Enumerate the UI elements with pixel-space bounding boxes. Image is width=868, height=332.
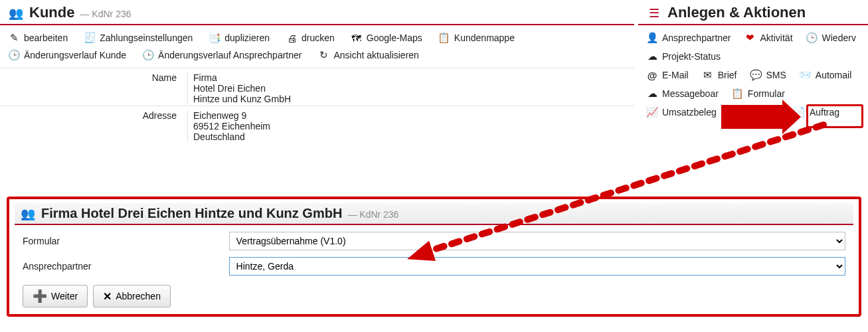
- toolbar-label: Automail: [816, 70, 851, 80]
- heart-icon: ❤: [744, 32, 756, 44]
- person-icon: 👤: [646, 32, 658, 44]
- action-aktivitaet[interactable]: ❤Aktivität: [744, 32, 793, 44]
- action-sms[interactable]: 💬SMS: [750, 69, 786, 81]
- cloud-icon: ☁: [646, 88, 658, 100]
- customer-id-subtitle: — KdNr 236: [80, 9, 131, 19]
- history-customer-link[interactable]: 🕒Änderungsverlauf Kunde: [8, 49, 126, 61]
- toolbar-label: E-Mail: [662, 70, 689, 80]
- toolbar-label: Ansicht aktualisieren: [333, 50, 418, 60]
- chart-icon: 📈: [646, 106, 658, 118]
- at-icon: @: [646, 70, 658, 81]
- printer-icon: 🖨: [286, 33, 298, 44]
- page-title: Kunde: [29, 4, 74, 21]
- duplicate-link[interactable]: 📑duplizieren: [209, 32, 270, 44]
- detail-value-address: Eichenweg 9 69512 Eichenheim Deutschland: [187, 110, 270, 142]
- toolbar-label: Projekt-Status: [662, 51, 721, 62]
- form-icon: 📋: [732, 88, 744, 100]
- automail-icon: 📨: [800, 69, 812, 81]
- customer-folder-link[interactable]: 📋Kundenmappe: [438, 32, 515, 44]
- toolbar-label: Auftrag: [810, 107, 839, 118]
- actions-title: Anlegen & Aktionen: [667, 4, 806, 21]
- receipt-icon: 🧾: [84, 32, 96, 44]
- toolbar-label: duplizieren: [224, 33, 270, 43]
- toolbar-label: Ansprechpartner: [662, 33, 731, 43]
- action-wiedervorlage[interactable]: 🕒Wiederv: [806, 32, 856, 44]
- clock-icon: 🕒: [806, 32, 818, 44]
- toolbar-label: Änderungsverlauf Kunde: [24, 50, 126, 60]
- toolbar-label: Umsatzbeleg: [662, 107, 717, 118]
- toolbar-label: Kundenmappe: [454, 33, 515, 43]
- action-umsatzbeleg[interactable]: 📈Umsatzbeleg: [646, 106, 717, 118]
- action-email[interactable]: @E-Mail: [646, 70, 689, 81]
- detail-row-name: Name Firma Hotel Drei Eichen Hintze und …: [0, 68, 634, 106]
- customer-panel-header: 👥 Kunde — KdNr 236: [0, 0, 634, 25]
- toolbar-label: bearbeiten: [24, 33, 68, 43]
- toolbar-label: Google-Maps: [367, 33, 422, 43]
- action-messageboard[interactable]: ☁Messageboar: [646, 88, 719, 100]
- map-icon: 🗺: [351, 33, 363, 44]
- action-formular[interactable]: 📋Formular: [732, 88, 785, 100]
- duplicate-icon: 📑: [209, 32, 220, 44]
- detail-row-address: Adresse Eichenweg 9 69512 Eichenheim Deu…: [0, 106, 634, 146]
- detail-label: Adresse: [8, 110, 187, 142]
- customer-panel: 👥 Kunde — KdNr 236 ✎bearbeiten 🧾Zahlungs…: [0, 0, 634, 146]
- payment-settings-link[interactable]: 🧾Zahlungseinstellungen: [84, 32, 193, 44]
- edit-link[interactable]: ✎bearbeiten: [8, 32, 68, 44]
- folder-icon: 📋: [438, 32, 450, 44]
- toolbar-label: Aktivität: [760, 33, 793, 43]
- toolbar-label: Änderungsverlauf Ansprechpartner: [158, 50, 302, 60]
- list-icon: ☰: [646, 6, 662, 21]
- toolbar-label: Brief: [718, 70, 737, 80]
- sms-icon: 💬: [750, 69, 762, 81]
- action-projekt-status[interactable]: ☁Projekt-Status: [646, 50, 860, 62]
- action-ansprechpartner[interactable]: 👤Ansprechpartner: [646, 32, 731, 44]
- toolbar-label: SMS: [766, 70, 786, 80]
- toolbar-label: Messageboar: [662, 88, 719, 99]
- cloud-icon: ☁: [646, 50, 658, 62]
- refresh-view-link[interactable]: ↻Ansicht aktualisieren: [317, 49, 418, 61]
- detail-value-name: Firma Hotel Drei Eichen Hintze und Kunz …: [187, 72, 291, 104]
- toolbar-label: Formular: [748, 88, 785, 99]
- toolbar-label: drucken: [302, 33, 335, 43]
- action-automail[interactable]: 📨Automail: [800, 69, 851, 81]
- envelope-icon: ✉: [702, 69, 714, 81]
- clock-icon: 🕒: [142, 49, 154, 61]
- history-contact-link[interactable]: 🕒Änderungsverlauf Ansprechpartner: [142, 49, 302, 61]
- annotation-arrow-icon: [721, 105, 782, 129]
- toolbar-label: Zahlungseinstellungen: [100, 33, 193, 43]
- print-link[interactable]: 🖨drucken: [286, 33, 335, 44]
- detail-label: Name: [8, 72, 187, 104]
- customer-toolbar: ✎bearbeiten 🧾Zahlungseinstellungen 📑dupl…: [0, 25, 634, 68]
- refresh-icon: ↻: [317, 49, 329, 61]
- actions-panel-header: ☰ Anlegen & Aktionen: [638, 0, 868, 25]
- pencil-icon: ✎: [8, 32, 20, 44]
- toolbar-label: Wiederv: [822, 33, 856, 43]
- clock-icon: 🕒: [8, 49, 20, 61]
- customers-icon: 👥: [8, 6, 24, 21]
- action-brief[interactable]: ✉Brief: [702, 69, 737, 81]
- google-maps-link[interactable]: 🗺Google-Maps: [351, 33, 422, 44]
